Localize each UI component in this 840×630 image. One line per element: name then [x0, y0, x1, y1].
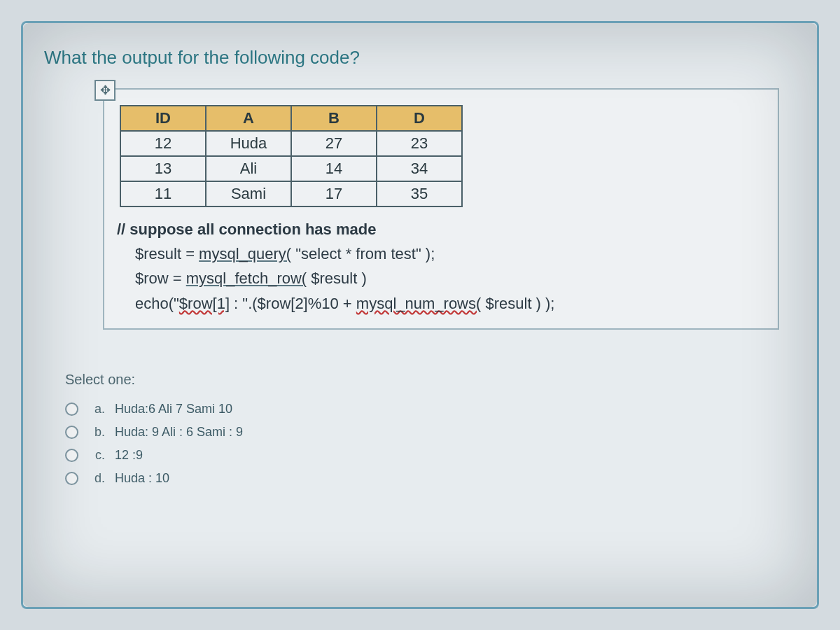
- radio-icon[interactable]: [65, 402, 78, 416]
- answer-block: Select one: a. Huda:6 Ali 7 Sami 10 b. H…: [65, 372, 800, 490]
- code-text: // suppose all connection has made $resu…: [117, 217, 765, 316]
- move-handle-icon[interactable]: ✥: [94, 80, 115, 101]
- quiz-frame: What the output for the following code? …: [21, 21, 819, 609]
- option-label: Huda: 9 Ali : 6 Sami : 9: [115, 425, 243, 440]
- option-key: b.: [88, 425, 105, 440]
- option-c[interactable]: c. 12 :9: [65, 444, 800, 467]
- table-row: 12 Huda 27 23: [120, 131, 462, 156]
- option-key: d.: [88, 471, 105, 486]
- radio-icon[interactable]: [65, 426, 78, 439]
- option-label: 12 :9: [115, 448, 143, 463]
- code-snippet-box: ✥ ID A B D 12 Huda 27 23 13 Ali 14 34 11: [103, 88, 779, 330]
- option-a[interactable]: a. Huda:6 Ali 7 Sami 10: [65, 398, 800, 421]
- col-ID: ID: [120, 106, 206, 131]
- radio-icon[interactable]: [65, 472, 78, 485]
- table-row: 13 Ali 14 34: [120, 156, 462, 181]
- data-table: ID A B D 12 Huda 27 23 13 Ali 14 34 11 S…: [120, 105, 463, 207]
- col-A: A: [206, 106, 291, 131]
- col-D: D: [377, 106, 462, 131]
- col-B: B: [291, 106, 377, 131]
- option-label: Huda : 10: [115, 471, 169, 486]
- option-b[interactable]: b. Huda: 9 Ali : 6 Sami : 9: [65, 421, 800, 444]
- option-label: Huda:6 Ali 7 Sami 10: [115, 402, 232, 416]
- table-row: 11 Sami 17 35: [120, 181, 462, 206]
- radio-icon[interactable]: [65, 449, 78, 462]
- options-list: a. Huda:6 Ali 7 Sami 10 b. Huda: 9 Ali :…: [65, 398, 800, 490]
- select-one-label: Select one:: [65, 372, 800, 388]
- table-header-row: ID A B D: [120, 106, 462, 131]
- option-d[interactable]: d. Huda : 10: [65, 467, 800, 490]
- question-text: What the output for the following code?: [44, 47, 796, 69]
- option-key: a.: [88, 402, 105, 416]
- code-line-1: // suppose all connection has made: [117, 220, 376, 238]
- option-key: c.: [88, 448, 105, 463]
